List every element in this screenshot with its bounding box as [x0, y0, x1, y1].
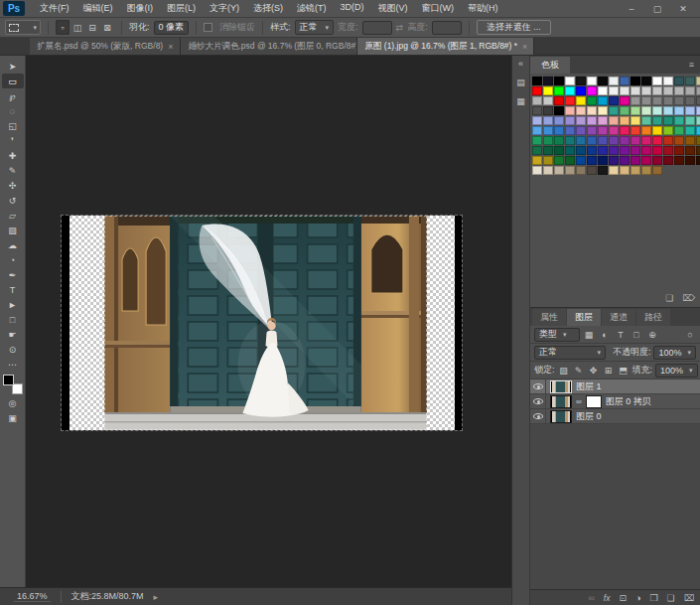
color-swatch[interactable] — [543, 116, 553, 125]
color-swatch[interactable] — [652, 156, 662, 165]
color-swatch[interactable] — [641, 126, 651, 135]
add-mask-icon[interactable]: ⊡ — [619, 593, 627, 603]
color-swatch[interactable] — [532, 116, 542, 125]
color-swatch[interactable] — [630, 136, 640, 145]
filter-toggle-icon[interactable]: ○ — [684, 330, 696, 340]
color-swatch[interactable] — [598, 126, 608, 135]
color-swatch[interactable] — [532, 146, 542, 155]
color-swatch[interactable] — [663, 96, 673, 105]
maximize-button[interactable]: ▢ — [652, 4, 662, 14]
color-swatch[interactable] — [696, 156, 700, 165]
color-swatch[interactable] — [620, 166, 630, 175]
color-swatch[interactable] — [641, 86, 651, 95]
color-swatch[interactable] — [620, 156, 630, 165]
document-tab[interactable]: 原图 (1).jpg @ 16.7% (图层 1, RGB/8#) * × — [357, 38, 534, 55]
eyedropper-tool[interactable]: ❜ — [2, 133, 24, 148]
document-tab[interactable]: 扩展名.psd @ 50% (蒙版, RGB/8) × — [30, 38, 181, 55]
color-swatch[interactable] — [565, 166, 575, 175]
color-swatch[interactable] — [663, 76, 673, 85]
dodge-tool[interactable]: ◔ — [2, 252, 24, 267]
color-swatch[interactable] — [587, 166, 597, 175]
gradient-tool[interactable]: ▨ — [2, 223, 24, 237]
quick-select-tool[interactable]: ◌ — [2, 103, 24, 118]
color-swatch[interactable] — [554, 146, 564, 155]
color-swatch[interactable] — [652, 126, 662, 135]
lock-artboard-icon[interactable]: ⊞ — [603, 366, 615, 376]
color-swatch[interactable] — [565, 76, 575, 85]
color-swatch[interactable] — [696, 136, 700, 145]
filter-smartobject-icon[interactable]: ⊕ — [646, 330, 658, 340]
color-swatch[interactable] — [674, 96, 684, 105]
filter-kind-select[interactable]: 类型 ▾ — [534, 328, 580, 342]
lock-paint-icon[interactable]: ✎ — [573, 366, 585, 376]
color-swatch[interactable] — [685, 126, 695, 135]
history-brush-tool[interactable]: ↺ — [2, 193, 24, 208]
color-swatch[interactable] — [685, 96, 695, 105]
panel-menu-icon[interactable]: ≡ — [683, 60, 700, 70]
color-swatch[interactable] — [641, 166, 651, 175]
color-swatch[interactable] — [674, 146, 684, 155]
swap-dimensions-icon[interactable]: ⇄ — [396, 23, 404, 33]
foreground-background-colors[interactable] — [2, 374, 24, 395]
color-swatch[interactable] — [565, 106, 575, 115]
menu-item-8[interactable]: 视图(V) — [371, 2, 415, 15]
filter-pixel-icon[interactable]: ▦ — [583, 330, 595, 340]
color-swatch[interactable] — [620, 96, 630, 105]
tab-swatches[interactable]: 色板 — [530, 57, 570, 74]
color-swatch[interactable] — [630, 86, 640, 95]
color-swatch[interactable] — [620, 136, 630, 145]
lock-transparent-icon[interactable]: ▨ — [558, 366, 570, 376]
intersect-selection-icon[interactable]: ⊠ — [100, 20, 114, 35]
color-swatch[interactable] — [663, 136, 673, 145]
path-select-tool[interactable]: ► — [2, 297, 24, 312]
lasso-tool[interactable]: ℘ — [2, 88, 24, 103]
color-swatch[interactable] — [543, 96, 553, 105]
color-swatch[interactable] — [630, 166, 640, 175]
color-swatch[interactable] — [532, 156, 542, 165]
color-swatch[interactable] — [652, 86, 662, 95]
color-swatch[interactable] — [652, 116, 662, 125]
color-swatch[interactable] — [620, 106, 630, 115]
color-swatch[interactable] — [696, 96, 700, 105]
color-swatch[interactable] — [630, 106, 640, 115]
color-swatch[interactable] — [641, 96, 651, 105]
color-swatch[interactable] — [554, 116, 564, 125]
color-swatch[interactable] — [630, 76, 640, 85]
color-swatch[interactable] — [685, 86, 695, 95]
color-swatch[interactable] — [598, 146, 608, 155]
color-swatch[interactable] — [630, 156, 640, 165]
blend-mode-select[interactable]: 正常 ▾ — [534, 346, 606, 360]
delete-swatch-icon[interactable]: ⌦ — [682, 293, 695, 303]
color-swatch[interactable] — [587, 116, 597, 125]
color-swatch[interactable] — [587, 146, 597, 155]
new-layer-icon[interactable]: ❏ — [667, 593, 675, 603]
marquee-tool[interactable]: ▭ — [2, 74, 24, 88]
tab-路径[interactable]: 路径 — [636, 309, 670, 326]
color-swatch[interactable] — [696, 106, 700, 115]
color-swatch[interactable] — [554, 86, 564, 95]
eraser-tool[interactable]: ▱ — [2, 208, 24, 223]
healing-brush-tool[interactable]: ✚ — [2, 148, 24, 163]
color-swatch[interactable] — [576, 146, 586, 155]
color-swatch[interactable] — [641, 106, 651, 115]
color-swatch[interactable] — [543, 76, 553, 85]
color-swatch[interactable] — [587, 106, 597, 115]
minimize-button[interactable]: – — [627, 4, 636, 14]
color-swatch[interactable] — [663, 126, 673, 135]
color-swatch[interactable] — [554, 106, 564, 115]
color-swatch[interactable] — [674, 86, 684, 95]
color-swatch[interactable] — [674, 126, 684, 135]
close-icon[interactable]: × — [522, 42, 527, 52]
color-swatch[interactable] — [554, 156, 564, 165]
document-tab[interactable]: 婚纱大片调色.psd @ 16.7% (图层 0, RGB/8#) * × — [181, 38, 357, 55]
tab-通道[interactable]: 通道 — [602, 309, 635, 326]
color-swatch[interactable] — [532, 76, 542, 85]
menu-item-1[interactable]: 编辑(E) — [76, 2, 120, 15]
adjustment-layer-icon[interactable]: ◑ — [635, 593, 640, 603]
color-swatch[interactable] — [620, 146, 630, 155]
close-button[interactable]: ✕ — [678, 4, 688, 14]
color-swatch[interactable] — [609, 126, 619, 135]
color-swatch[interactable] — [554, 126, 564, 135]
color-swatch[interactable] — [685, 116, 695, 125]
document[interactable] — [62, 216, 462, 430]
